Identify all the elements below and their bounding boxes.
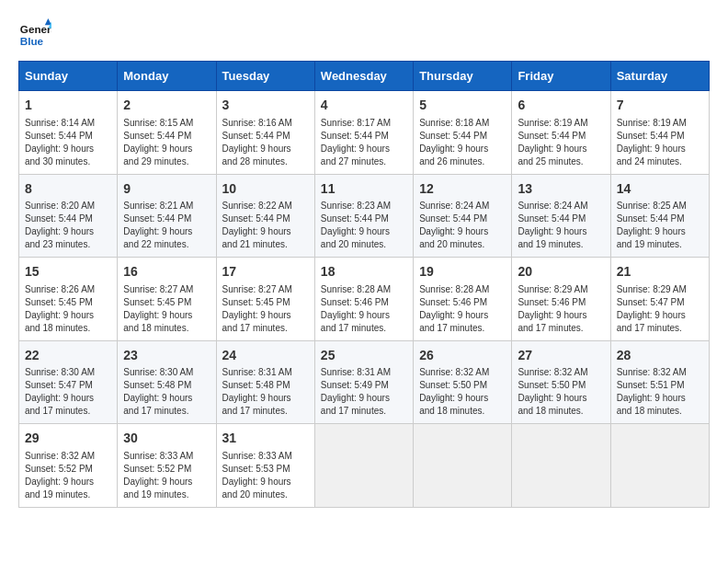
calendar-cell: 26 Sunrise: 8:32 AM Sunset: 5:50 PM Dayl… bbox=[414, 340, 512, 424]
day-header-tuesday: Tuesday bbox=[216, 62, 314, 91]
day-info: Sunrise: 8:16 AM Sunset: 5:44 PM Dayligh… bbox=[222, 117, 309, 168]
calendar-cell: 14 Sunrise: 8:25 AM Sunset: 5:44 PM Dayl… bbox=[610, 174, 709, 258]
day-info: Sunrise: 8:28 AM Sunset: 5:46 PM Dayligh… bbox=[321, 283, 407, 335]
day-number: 21 bbox=[617, 263, 703, 282]
day-info: Sunrise: 8:32 AM Sunset: 5:52 PM Dayligh… bbox=[25, 450, 111, 501]
logo: General Blue bbox=[18, 18, 51, 52]
day-number: 10 bbox=[222, 180, 309, 199]
calendar-cell: 16 Sunrise: 8:27 AM Sunset: 5:45 PM Dayl… bbox=[118, 258, 216, 341]
day-info: Sunrise: 8:32 AM Sunset: 5:50 PM Dayligh… bbox=[419, 366, 506, 418]
day-header-thursday: Thursday bbox=[414, 62, 512, 91]
day-number: 30 bbox=[123, 430, 210, 448]
day-info: Sunrise: 8:32 AM Sunset: 5:51 PM Dayligh… bbox=[617, 366, 703, 418]
day-number: 1 bbox=[25, 97, 111, 115]
day-number: 25 bbox=[321, 347, 407, 365]
day-info: Sunrise: 8:15 AM Sunset: 5:44 PM Dayligh… bbox=[123, 117, 210, 168]
day-info: Sunrise: 8:31 AM Sunset: 5:49 PM Dayligh… bbox=[321, 366, 407, 418]
calendar-cell: 15 Sunrise: 8:26 AM Sunset: 5:45 PM Dayl… bbox=[19, 258, 118, 341]
calendar-cell: 8 Sunrise: 8:20 AM Sunset: 5:44 PM Dayli… bbox=[19, 174, 118, 258]
day-info: Sunrise: 8:19 AM Sunset: 5:44 PM Dayligh… bbox=[518, 117, 604, 168]
calendar-row: 1 Sunrise: 8:14 AM Sunset: 5:44 PM Dayli… bbox=[19, 91, 710, 175]
calendar-cell: 11 Sunrise: 8:23 AM Sunset: 5:44 PM Dayl… bbox=[314, 174, 413, 258]
calendar: SundayMondayTuesdayWednesdayThursdayFrid… bbox=[18, 61, 710, 508]
day-number: 7 bbox=[617, 97, 703, 115]
calendar-row: 15 Sunrise: 8:26 AM Sunset: 5:45 PM Dayl… bbox=[19, 258, 710, 341]
day-info: Sunrise: 8:25 AM Sunset: 5:44 PM Dayligh… bbox=[617, 200, 703, 251]
calendar-cell: 29 Sunrise: 8:32 AM Sunset: 5:52 PM Dayl… bbox=[19, 424, 118, 508]
day-header-sunday: Sunday bbox=[19, 62, 118, 91]
calendar-cell: 3 Sunrise: 8:16 AM Sunset: 5:44 PM Dayli… bbox=[216, 91, 314, 175]
day-number: 2 bbox=[123, 97, 210, 115]
day-info: Sunrise: 8:26 AM Sunset: 5:45 PM Dayligh… bbox=[25, 283, 111, 335]
day-number: 8 bbox=[25, 180, 111, 199]
calendar-cell: 10 Sunrise: 8:22 AM Sunset: 5:44 PM Dayl… bbox=[216, 174, 314, 258]
calendar-row: 8 Sunrise: 8:20 AM Sunset: 5:44 PM Dayli… bbox=[19, 174, 710, 258]
calendar-cell: 31 Sunrise: 8:33 AM Sunset: 5:53 PM Dayl… bbox=[216, 424, 314, 508]
day-info: Sunrise: 8:19 AM Sunset: 5:44 PM Dayligh… bbox=[617, 117, 703, 168]
day-number: 3 bbox=[222, 97, 309, 115]
day-info: Sunrise: 8:27 AM Sunset: 5:45 PM Dayligh… bbox=[222, 283, 309, 335]
calendar-cell: 17 Sunrise: 8:27 AM Sunset: 5:45 PM Dayl… bbox=[216, 258, 314, 341]
calendar-cell: 20 Sunrise: 8:29 AM Sunset: 5:46 PM Dayl… bbox=[512, 258, 610, 341]
day-number: 5 bbox=[419, 97, 506, 115]
day-info: Sunrise: 8:28 AM Sunset: 5:46 PM Dayligh… bbox=[419, 283, 506, 335]
day-info: Sunrise: 8:30 AM Sunset: 5:48 PM Dayligh… bbox=[123, 366, 210, 418]
calendar-cell: 5 Sunrise: 8:18 AM Sunset: 5:44 PM Dayli… bbox=[414, 91, 512, 175]
svg-text:Blue: Blue bbox=[20, 35, 44, 47]
calendar-cell: 23 Sunrise: 8:30 AM Sunset: 5:48 PM Dayl… bbox=[118, 340, 216, 424]
day-info: Sunrise: 8:14 AM Sunset: 5:44 PM Dayligh… bbox=[25, 117, 111, 168]
day-info: Sunrise: 8:24 AM Sunset: 5:44 PM Dayligh… bbox=[518, 200, 604, 251]
day-info: Sunrise: 8:27 AM Sunset: 5:45 PM Dayligh… bbox=[123, 283, 210, 335]
day-header-saturday: Saturday bbox=[610, 62, 709, 91]
calendar-cell bbox=[314, 424, 413, 508]
calendar-cell: 27 Sunrise: 8:32 AM Sunset: 5:50 PM Dayl… bbox=[512, 340, 610, 424]
calendar-cell: 18 Sunrise: 8:28 AM Sunset: 5:46 PM Dayl… bbox=[314, 258, 413, 341]
calendar-cell bbox=[512, 424, 610, 508]
calendar-cell: 6 Sunrise: 8:19 AM Sunset: 5:44 PM Dayli… bbox=[512, 91, 610, 175]
calendar-cell: 19 Sunrise: 8:28 AM Sunset: 5:46 PM Dayl… bbox=[414, 258, 512, 341]
calendar-cell: 22 Sunrise: 8:30 AM Sunset: 5:47 PM Dayl… bbox=[19, 340, 118, 424]
calendar-cell: 1 Sunrise: 8:14 AM Sunset: 5:44 PM Dayli… bbox=[19, 91, 118, 175]
day-number: 26 bbox=[419, 347, 506, 365]
day-number: 11 bbox=[321, 180, 407, 199]
day-info: Sunrise: 8:22 AM Sunset: 5:44 PM Dayligh… bbox=[222, 200, 309, 251]
day-number: 27 bbox=[518, 347, 604, 365]
day-number: 4 bbox=[321, 97, 407, 115]
day-info: Sunrise: 8:20 AM Sunset: 5:44 PM Dayligh… bbox=[25, 200, 111, 251]
day-number: 12 bbox=[419, 180, 506, 199]
header: General Blue bbox=[18, 18, 710, 52]
day-header-wednesday: Wednesday bbox=[314, 62, 413, 91]
day-number: 17 bbox=[222, 263, 309, 282]
day-number: 9 bbox=[123, 180, 210, 199]
calendar-cell bbox=[610, 424, 709, 508]
day-header-friday: Friday bbox=[512, 62, 610, 91]
day-number: 31 bbox=[222, 430, 309, 448]
calendar-cell: 24 Sunrise: 8:31 AM Sunset: 5:48 PM Dayl… bbox=[216, 340, 314, 424]
day-info: Sunrise: 8:17 AM Sunset: 5:44 PM Dayligh… bbox=[321, 117, 407, 168]
calendar-cell: 13 Sunrise: 8:24 AM Sunset: 5:44 PM Dayl… bbox=[512, 174, 610, 258]
calendar-row: 22 Sunrise: 8:30 AM Sunset: 5:47 PM Dayl… bbox=[19, 340, 710, 424]
day-info: Sunrise: 8:29 AM Sunset: 5:46 PM Dayligh… bbox=[518, 283, 604, 335]
day-number: 23 bbox=[123, 347, 210, 365]
day-info: Sunrise: 8:32 AM Sunset: 5:50 PM Dayligh… bbox=[518, 366, 604, 418]
day-number: 16 bbox=[123, 263, 210, 282]
day-number: 14 bbox=[617, 180, 703, 199]
calendar-row: 29 Sunrise: 8:32 AM Sunset: 5:52 PM Dayl… bbox=[19, 424, 710, 508]
day-info: Sunrise: 8:21 AM Sunset: 5:44 PM Dayligh… bbox=[123, 200, 210, 251]
day-number: 6 bbox=[518, 97, 604, 115]
calendar-cell: 7 Sunrise: 8:19 AM Sunset: 5:44 PM Dayli… bbox=[610, 91, 709, 175]
day-number: 22 bbox=[25, 347, 111, 365]
day-number: 20 bbox=[518, 263, 604, 282]
calendar-cell: 2 Sunrise: 8:15 AM Sunset: 5:44 PM Dayli… bbox=[118, 91, 216, 175]
day-info: Sunrise: 8:18 AM Sunset: 5:44 PM Dayligh… bbox=[419, 117, 506, 168]
calendar-cell: 21 Sunrise: 8:29 AM Sunset: 5:47 PM Dayl… bbox=[610, 258, 709, 341]
day-number: 24 bbox=[222, 347, 309, 365]
day-number: 15 bbox=[25, 263, 111, 282]
calendar-cell: 28 Sunrise: 8:32 AM Sunset: 5:51 PM Dayl… bbox=[610, 340, 709, 424]
calendar-cell: 30 Sunrise: 8:33 AM Sunset: 5:52 PM Dayl… bbox=[118, 424, 216, 508]
day-info: Sunrise: 8:33 AM Sunset: 5:53 PM Dayligh… bbox=[222, 450, 309, 501]
calendar-cell: 4 Sunrise: 8:17 AM Sunset: 5:44 PM Dayli… bbox=[314, 91, 413, 175]
day-info: Sunrise: 8:24 AM Sunset: 5:44 PM Dayligh… bbox=[419, 200, 506, 251]
day-number: 19 bbox=[419, 263, 506, 282]
calendar-cell: 25 Sunrise: 8:31 AM Sunset: 5:49 PM Dayl… bbox=[314, 340, 413, 424]
